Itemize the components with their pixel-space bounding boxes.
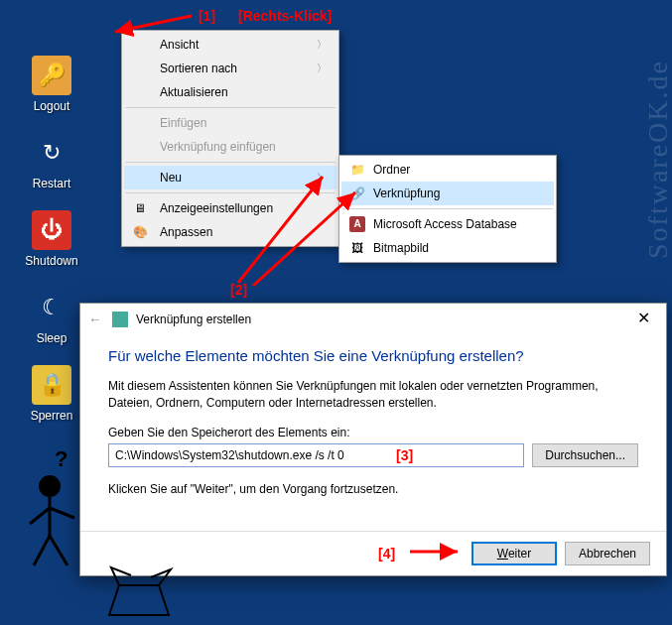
desktop-icon-label: Logout xyxy=(22,99,81,113)
menu-separator xyxy=(342,208,553,209)
svg-point-4 xyxy=(39,475,61,497)
submenu-item-bitmapbild[interactable]: 🖼Bitmapbild xyxy=(341,236,554,260)
submenu-item-icon: A xyxy=(349,216,365,232)
submenu-item-verknüpfung[interactable]: 🔗Verknüpfung xyxy=(341,182,554,205)
new-submenu: 📁Ordner🔗VerknüpfungAMicrosoft Access Dat… xyxy=(338,155,557,263)
submenu-item-label: Bitmapbild xyxy=(373,241,429,255)
close-button[interactable]: ✕ xyxy=(621,304,666,335)
annotation-4: [4] xyxy=(378,546,395,562)
browse-button[interactable]: Durchsuchen... xyxy=(532,443,638,467)
svg-line-6 xyxy=(30,508,50,524)
location-input[interactable] xyxy=(108,443,524,467)
menu-item-icon: 🎨 xyxy=(132,224,148,240)
dialog-titlebar: ← Verknüpfung erstellen ✕ xyxy=(80,304,666,335)
shortcut-icon xyxy=(112,312,128,327)
menu-separator xyxy=(125,192,336,193)
doodle-stickman-icon xyxy=(20,466,89,575)
annotation-1-label: [Rechts-Klick] xyxy=(238,8,332,24)
menu-separator xyxy=(125,162,336,163)
svg-line-9 xyxy=(50,536,67,565)
svg-line-8 xyxy=(34,536,50,565)
menu-item-sortieren-nach[interactable]: Sortieren nach〉 xyxy=(124,57,336,80)
submenu-item-icon: 📁 xyxy=(349,162,365,178)
menu-item-label: Aktualisieren xyxy=(160,85,228,99)
menu-item-label: Anpassen xyxy=(160,225,212,239)
submenu-item-icon: 🔗 xyxy=(349,186,365,201)
continue-hint: Klicken Sie auf "Weiter", um den Vorgang… xyxy=(108,481,638,498)
menu-item-label: Anzeigeeinstellungen xyxy=(160,201,273,215)
svg-line-7 xyxy=(50,508,74,518)
submenu-item-label: Ordner xyxy=(373,163,410,177)
logout-icon: 🔑 xyxy=(32,56,71,95)
submenu-item-ordner[interactable]: 📁Ordner xyxy=(341,158,554,182)
desktop-icon-shutdown[interactable]: ⏻Shutdown xyxy=(22,210,81,268)
menu-item-ansicht[interactable]: Ansicht〉 xyxy=(124,33,336,57)
desktop-icon-logout[interactable]: 🔑Logout xyxy=(22,56,81,113)
menu-item-label: Neu xyxy=(160,171,182,185)
submenu-item-icon: 🖼 xyxy=(349,240,365,256)
menu-item-label: Ansicht xyxy=(160,38,199,52)
dialog-description: Mit diesem Assistenten können Sie Verknü… xyxy=(108,378,638,412)
menu-item-anzeigeeinstellungen[interactable]: 🖥Anzeigeeinstellungen xyxy=(124,196,336,220)
submenu-arrow-icon: 〉 xyxy=(317,62,327,75)
back-icon[interactable]: ← xyxy=(88,312,102,327)
dialog-heading: Für welche Elemente möchten Sie eine Ver… xyxy=(108,347,638,364)
annotation-1: [1] xyxy=(199,8,215,24)
shutdown-icon: ⏻ xyxy=(32,210,71,250)
menu-item-einfügen: Einfügen xyxy=(124,111,336,135)
menu-item-label: Einfügen xyxy=(160,116,206,130)
arrow-4-icon xyxy=(408,542,468,562)
submenu-arrow-icon: 〉 xyxy=(317,38,327,52)
desktop-icon-sperren[interactable]: 🔒Sperren xyxy=(22,365,81,423)
submenu-arrow-icon: 〉 xyxy=(317,171,327,185)
desktop-icon-label: Sleep xyxy=(22,331,81,345)
sleep-icon: ☾ xyxy=(32,288,71,327)
desktop-context-menu: Ansicht〉Sortieren nach〉AktualisierenEinf… xyxy=(121,30,339,247)
menu-item-neu[interactable]: Neu〉 xyxy=(124,166,336,189)
create-shortcut-dialog: ← Verknüpfung erstellen ✕ Für welche Ele… xyxy=(79,303,667,576)
menu-item-label: Sortieren nach xyxy=(160,62,237,75)
next-button[interactable]: Weiter xyxy=(471,542,557,565)
menu-item-verknüpfung-einfügen: Verknüpfung einfügen xyxy=(124,135,336,159)
menu-item-label: Verknüpfung einfügen xyxy=(160,140,276,154)
sperren-icon: 🔒 xyxy=(32,365,71,405)
watermark-text: SoftwareOK.de xyxy=(642,60,672,259)
menu-item-icon: 🖥 xyxy=(132,200,148,216)
desktop-icon-label: Restart xyxy=(22,177,81,190)
annotation-2: [2] xyxy=(230,282,247,298)
desktop-icon-restart[interactable]: ↻Restart xyxy=(22,133,81,190)
desktop-icon-sleep[interactable]: ☾Sleep xyxy=(22,288,81,345)
cancel-button[interactable]: Abbrechen xyxy=(565,542,650,565)
submenu-item-microsoft-access-database[interactable]: AMicrosoft Access Database xyxy=(341,212,554,236)
restart-icon: ↻ xyxy=(32,133,71,173)
menu-separator xyxy=(125,107,336,108)
input-label: Geben Sie den Speicherort des Elements e… xyxy=(108,426,638,439)
submenu-item-label: Verknüpfung xyxy=(373,187,440,200)
menu-item-anpassen[interactable]: 🎨Anpassen xyxy=(124,220,336,244)
desktop-icon-label: Sperren xyxy=(22,409,81,423)
desktop-icon-label: Shutdown xyxy=(22,254,81,268)
doodle-box-icon xyxy=(99,556,189,625)
menu-item-aktualisieren[interactable]: Aktualisieren xyxy=(124,80,336,104)
dialog-title-text: Verknüpfung erstellen xyxy=(136,312,251,326)
submenu-item-label: Microsoft Access Database xyxy=(373,217,517,231)
svg-marker-10 xyxy=(109,585,169,615)
